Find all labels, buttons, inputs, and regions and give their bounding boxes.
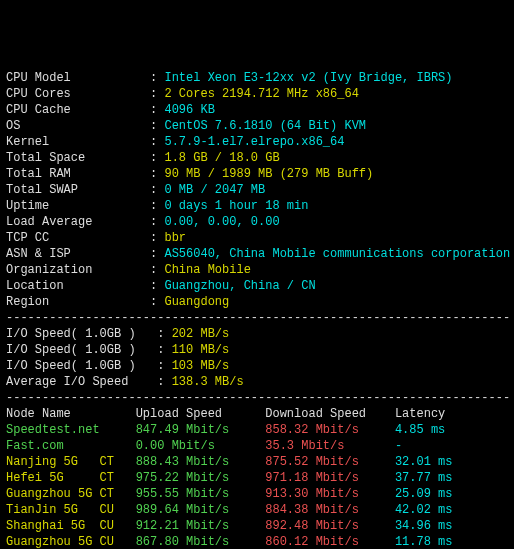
info-row: Uptime : 0 days 1 hour 18 min — [6, 199, 308, 213]
info-row: Organization : China Mobile — [6, 263, 251, 277]
info-row: OS : CentOS 7.6.1810 (64 Bit) KVM — [6, 119, 366, 133]
info-row: TCP CC : bbr — [6, 231, 186, 245]
speed-row: Guangzhou 5G CT 955.55 Mbit/s 913.30 Mbi… — [6, 487, 452, 501]
speed-row: Hefei 5G CT 975.22 Mbit/s 971.18 Mbit/s … — [6, 471, 452, 485]
info-row: CPU Cores : 2 Cores 2194.712 MHz x86_64 — [6, 87, 359, 101]
info-row: CPU Cache : 4096 KB — [6, 103, 215, 117]
info-row: Total SWAP : 0 MB / 2047 MB — [6, 183, 265, 197]
info-row: CPU Model : Intel Xeon E3-12xx v2 (Ivy B… — [6, 71, 452, 85]
info-row: Load Average : 0.00, 0.00, 0.00 — [6, 215, 280, 229]
terminal-output: CPU Model : Intel Xeon E3-12xx v2 (Ivy B… — [6, 70, 508, 549]
io-row: I/O Speed( 1.0GB ) : 202 MB/s — [6, 327, 229, 341]
info-row: Kernel : 5.7.9-1.el7.elrepo.x86_64 — [6, 135, 344, 149]
info-row: Total Space : 1.8 GB / 18.0 GB — [6, 151, 280, 165]
speed-row: Fast.com 0.00 Mbit/s 35.3 Mbit/s - — [6, 439, 402, 453]
speed-row: Speedtest.net 847.49 Mbit/s 858.32 Mbit/… — [6, 423, 445, 437]
info-row: ASN & ISP : AS56040, China Mobile commun… — [6, 247, 510, 261]
speed-row: TianJin 5G CU 989.64 Mbit/s 884.38 Mbit/… — [6, 503, 452, 517]
io-row: I/O Speed( 1.0GB ) : 103 MB/s — [6, 359, 229, 373]
info-row: Total RAM : 90 MB / 1989 MB (279 MB Buff… — [6, 167, 373, 181]
info-row: Region : Guangdong — [6, 295, 229, 309]
speed-row: Shanghai 5G CU 912.21 Mbit/s 892.48 Mbit… — [6, 519, 452, 533]
speed-row: Guangzhou 5G CU 867.80 Mbit/s 860.12 Mbi… — [6, 535, 452, 549]
info-row: Location : Guangzhou, China / CN — [6, 279, 316, 293]
io-row: I/O Speed( 1.0GB ) : 110 MB/s — [6, 343, 229, 357]
speed-header: Node Name Upload Speed Download Speed La… — [6, 407, 445, 421]
speed-row: Nanjing 5G CT 888.43 Mbit/s 875.52 Mbit/… — [6, 455, 452, 469]
io-row: Average I/O Speed : 138.3 MB/s — [6, 375, 244, 389]
